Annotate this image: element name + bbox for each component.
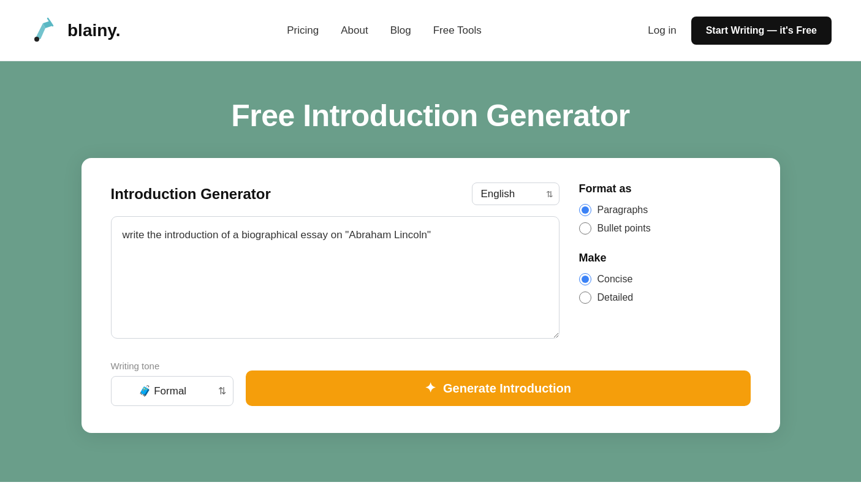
- nav-free-tools[interactable]: Free Tools: [433, 24, 482, 37]
- make-detailed-label: Detailed: [597, 292, 634, 303]
- tone-select[interactable]: 🧳 Formal 😊 Informal 🎓 Academic: [111, 376, 233, 406]
- make-concise[interactable]: Concise: [579, 273, 751, 285]
- svg-point-0: [29, 15, 61, 47]
- format-paragraphs-radio[interactable]: [579, 204, 591, 216]
- make-detailed-radio[interactable]: [579, 291, 591, 304]
- format-bullet-points[interactable]: Bullet points: [579, 222, 751, 235]
- header: blainy. Pricing About Blog Free Tools Lo…: [0, 0, 861, 61]
- svg-point-1: [34, 37, 39, 42]
- logo-icon: [29, 15, 61, 47]
- format-bullet-label: Bullet points: [597, 223, 651, 234]
- language-select[interactable]: English Spanish French German Portuguese…: [472, 182, 559, 205]
- format-paragraphs-label: Paragraphs: [597, 205, 648, 216]
- format-bullet-radio[interactable]: [579, 222, 591, 235]
- card-right: Format as Paragraphs Bullet points Make: [579, 182, 751, 321]
- format-paragraphs[interactable]: Paragraphs: [579, 204, 751, 216]
- format-radio-group: Paragraphs Bullet points: [579, 204, 751, 235]
- nav-about[interactable]: About: [341, 24, 368, 37]
- nav-pricing[interactable]: Pricing: [287, 24, 319, 37]
- topic-textarea[interactable]: [111, 216, 559, 339]
- format-label: Format as: [579, 182, 751, 195]
- card-left: Introduction Generator English Spanish F…: [111, 182, 559, 341]
- generate-label: Generate Introduction: [443, 382, 571, 396]
- card-bottom: Writing tone 🧳 Formal 😊 Informal 🎓 Acade…: [111, 356, 751, 406]
- generate-button[interactable]: ✦ Generate Introduction: [246, 370, 751, 406]
- tone-selector[interactable]: 🧳 Formal 😊 Informal 🎓 Academic ⇅: [111, 376, 233, 406]
- tone-wrapper: Writing tone 🧳 Formal 😊 Informal 🎓 Acade…: [111, 361, 233, 406]
- language-selector[interactable]: English Spanish French German Portuguese…: [472, 182, 559, 205]
- make-label: Make: [579, 252, 751, 265]
- make-radio-group: Concise Detailed: [579, 273, 751, 304]
- hero-title: Free Introduction Generator: [231, 98, 629, 134]
- generator-card: Introduction Generator English Spanish F…: [82, 158, 780, 433]
- card-top: Introduction Generator English Spanish F…: [111, 182, 751, 341]
- hero-section: Free Introduction Generator Introduction…: [0, 61, 861, 482]
- card-title: Introduction Generator: [111, 186, 271, 203]
- nav: Pricing About Blog Free Tools: [287, 24, 482, 37]
- make-concise-label: Concise: [597, 274, 633, 285]
- login-button[interactable]: Log in: [648, 24, 676, 37]
- sparkle-icon: ✦: [425, 380, 436, 396]
- nav-blog[interactable]: Blog: [390, 24, 411, 37]
- tone-label: Writing tone: [111, 361, 233, 371]
- make-concise-radio[interactable]: [579, 273, 591, 285]
- make-detailed[interactable]: Detailed: [579, 291, 751, 304]
- logo-text: blainy.: [67, 21, 121, 40]
- card-title-row: Introduction Generator English Spanish F…: [111, 182, 559, 205]
- cta-button[interactable]: Start Writing — it's Free: [691, 17, 832, 45]
- header-right: Log in Start Writing — it's Free: [648, 17, 832, 45]
- logo[interactable]: blainy.: [29, 15, 121, 47]
